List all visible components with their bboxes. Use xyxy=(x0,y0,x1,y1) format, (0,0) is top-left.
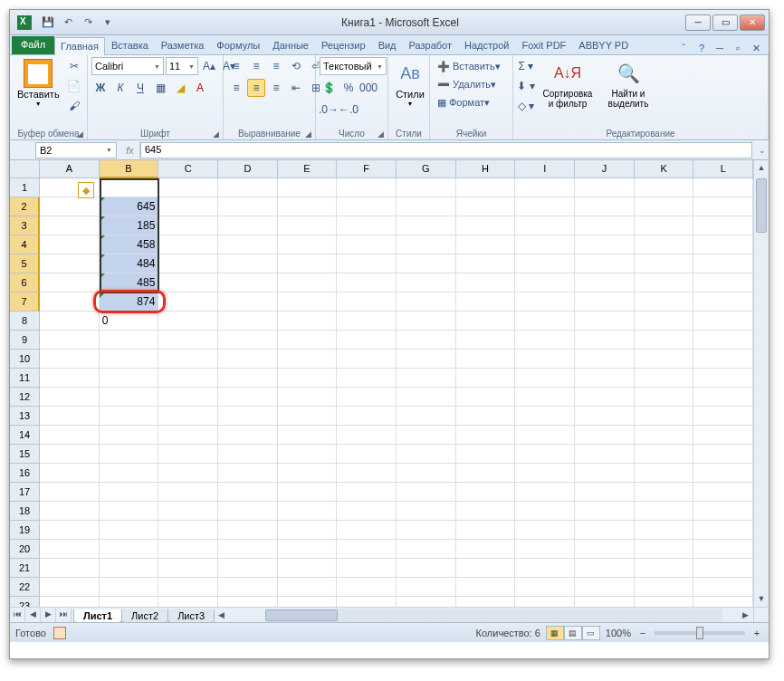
cell-K6[interactable] xyxy=(635,273,694,293)
copy-button[interactable]: 📄 xyxy=(65,77,83,95)
cell-G14[interactable] xyxy=(397,426,456,445)
cell-F17[interactable] xyxy=(337,483,397,502)
cell-F12[interactable] xyxy=(337,388,397,407)
cell-I16[interactable] xyxy=(515,464,575,483)
autosum-button[interactable]: Σ ▾ xyxy=(517,57,535,75)
cell-D19[interactable] xyxy=(218,521,278,540)
cell-C7[interactable] xyxy=(158,293,218,312)
row-header-21[interactable]: 21 xyxy=(10,559,40,578)
zoom-in-button[interactable]: + xyxy=(751,628,763,638)
cell-B15[interactable] xyxy=(100,445,159,464)
cell-K3[interactable] xyxy=(635,216,694,235)
cell-A21[interactable] xyxy=(40,559,100,578)
cell-G12[interactable] xyxy=(397,388,456,407)
formula-input[interactable]: 645 xyxy=(140,142,752,158)
cell-G2[interactable] xyxy=(397,197,456,216)
cell-J6[interactable] xyxy=(575,273,635,293)
cell-A18[interactable] xyxy=(40,502,100,521)
cell-C8[interactable] xyxy=(158,312,218,331)
cell-K22[interactable] xyxy=(635,578,694,597)
sort-filter-button[interactable]: A↓Я Сортировка и фильтр xyxy=(537,57,598,110)
cell-J5[interactable] xyxy=(575,254,635,273)
cell-D2[interactable] xyxy=(218,197,278,216)
cell-D3[interactable] xyxy=(218,216,278,235)
cell-G13[interactable] xyxy=(397,407,456,426)
column-header-I[interactable]: I xyxy=(515,160,575,178)
cell-L4[interactable] xyxy=(693,235,753,254)
cell-E20[interactable] xyxy=(278,540,338,559)
cell-C11[interactable] xyxy=(158,369,218,388)
cell-K15[interactable] xyxy=(635,445,694,464)
cell-K7[interactable] xyxy=(635,293,694,312)
cell-C6[interactable] xyxy=(158,273,218,293)
sheet-tab-Лист2[interactable]: Лист2 xyxy=(121,609,168,623)
cell-K1[interactable] xyxy=(635,178,694,197)
cell-L10[interactable] xyxy=(693,350,753,369)
row-header-13[interactable]: 13 xyxy=(10,407,40,426)
column-header-B[interactable]: B xyxy=(100,160,159,178)
cell-C16[interactable] xyxy=(158,464,218,483)
cell-F3[interactable] xyxy=(337,216,397,235)
ribbon-tab-данные[interactable]: Данные xyxy=(266,36,315,54)
cell-E9[interactable] xyxy=(278,331,338,350)
align-dialog-launcher[interactable]: ◢ xyxy=(305,129,311,139)
cell-B1[interactable] xyxy=(100,178,159,197)
column-header-A[interactable]: A xyxy=(40,160,100,178)
ribbon-tab-главная[interactable]: Главная xyxy=(54,37,105,55)
cell-E4[interactable] xyxy=(278,235,338,254)
cell-F20[interactable] xyxy=(337,540,397,559)
cell-K10[interactable] xyxy=(635,350,694,369)
cell-G3[interactable] xyxy=(397,216,456,235)
cell-C4[interactable] xyxy=(158,235,218,254)
view-pagelayout-button[interactable]: ▤ xyxy=(564,626,582,640)
cell-G16[interactable] xyxy=(397,464,456,483)
align-top-button[interactable]: ≡ xyxy=(227,57,245,75)
column-header-L[interactable]: L xyxy=(693,160,753,178)
align-middle-button[interactable]: ≡ xyxy=(247,57,265,75)
cell-H17[interactable] xyxy=(456,483,516,502)
sheet-nav-last[interactable]: ⏭ xyxy=(56,608,72,622)
cell-G1[interactable] xyxy=(397,178,456,197)
cell-L2[interactable] xyxy=(693,197,753,216)
ribbon-tab-формулы[interactable]: Формулы xyxy=(210,36,266,54)
cell-D17[interactable] xyxy=(218,483,278,502)
cell-F9[interactable] xyxy=(337,331,397,350)
cell-E22[interactable] xyxy=(278,578,338,597)
minimize-button[interactable]: ─ xyxy=(685,14,711,31)
cell-F19[interactable] xyxy=(337,521,397,540)
cell-I2[interactable] xyxy=(515,197,575,216)
cell-A12[interactable] xyxy=(40,388,100,407)
cell-B13[interactable] xyxy=(100,407,159,426)
column-header-E[interactable]: E xyxy=(278,160,338,178)
cell-C12[interactable] xyxy=(158,388,218,407)
vertical-scrollbar[interactable]: ▲ ▼ xyxy=(753,160,769,607)
cell-C2[interactable] xyxy=(158,197,218,216)
cell-L22[interactable] xyxy=(693,578,753,597)
cell-I11[interactable] xyxy=(515,369,575,388)
cell-H21[interactable] xyxy=(456,559,516,578)
cell-F4[interactable] xyxy=(337,235,397,254)
select-all-corner[interactable] xyxy=(10,160,40,178)
view-normal-button[interactable]: ▦ xyxy=(546,626,564,640)
cell-D11[interactable] xyxy=(218,369,278,388)
cell-G4[interactable] xyxy=(397,235,456,254)
cell-H11[interactable] xyxy=(456,369,516,388)
font-dialog-launcher[interactable]: ◢ xyxy=(213,129,219,139)
currency-button[interactable]: 💲 xyxy=(320,79,338,97)
cell-D14[interactable] xyxy=(218,426,278,445)
sheet-nav-prev[interactable]: ◀ xyxy=(25,608,41,622)
cell-B19[interactable] xyxy=(100,521,159,540)
cell-J17[interactable] xyxy=(575,483,635,502)
cell-K2[interactable] xyxy=(635,197,694,216)
font-size-combo[interactable]: 11▼ xyxy=(166,57,198,75)
percent-button[interactable]: % xyxy=(339,79,358,97)
cell-D9[interactable] xyxy=(218,331,278,350)
cell-I1[interactable] xyxy=(515,178,575,197)
row-header-2[interactable]: 2 xyxy=(10,197,40,216)
cell-E17[interactable] xyxy=(278,483,338,502)
cell-B5[interactable]: 484 xyxy=(100,254,159,273)
cell-B2[interactable]: 645 xyxy=(100,197,159,216)
cell-J9[interactable] xyxy=(575,331,635,350)
cell-B14[interactable] xyxy=(100,426,159,445)
cell-E11[interactable] xyxy=(278,369,338,388)
